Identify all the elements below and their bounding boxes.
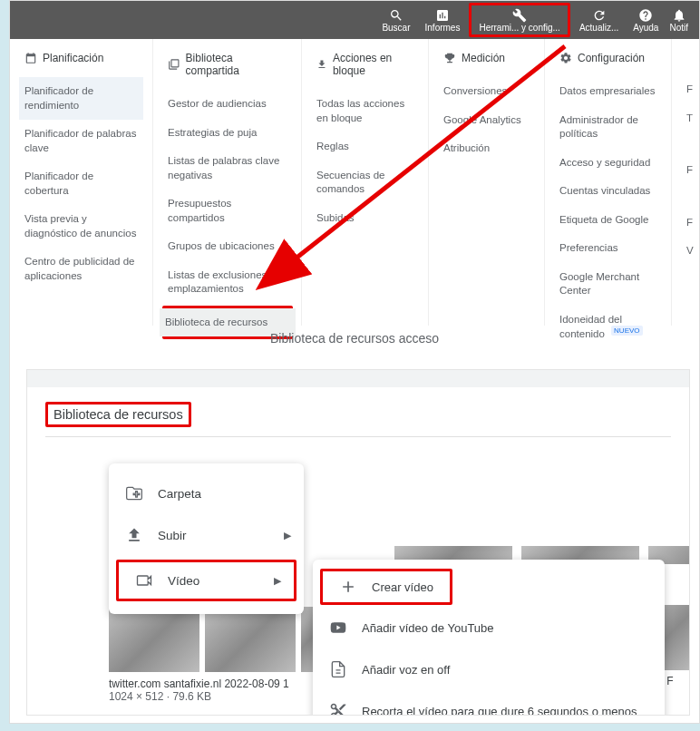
refresh-icon	[592, 8, 607, 23]
far-item-3[interactable]: F	[681, 209, 699, 238]
lower-panel: Biblioteca de recursos Carpeta Subir ▶	[26, 369, 690, 716]
download-icon	[316, 58, 327, 71]
video-option[interactable]: Vídeo ▶	[119, 562, 294, 599]
audience-manager[interactable]: Gestor de audiencias	[162, 90, 292, 119]
search-icon	[389, 8, 403, 23]
google-analytics[interactable]: Google Analytics	[438, 106, 535, 135]
youtube-icon	[329, 619, 347, 637]
google-tag[interactable]: Etiqueta de Google	[554, 206, 662, 235]
chevron-right-icon: ▶	[274, 575, 281, 587]
policy-manager[interactable]: Administrador de políticas	[554, 106, 662, 149]
scissors-icon	[329, 702, 347, 716]
neg-keyword-lists[interactable]: Listas de palabras clave negativas	[162, 147, 292, 190]
conversions[interactable]: Conversiones	[438, 77, 535, 106]
ad-preview[interactable]: Vista previa y diagnóstico de anuncios	[19, 205, 143, 248]
add-voiceover-option[interactable]: Añadir voz en off	[313, 648, 665, 690]
help-label: Ayuda	[633, 23, 658, 33]
attribution[interactable]: Atribución	[438, 134, 535, 163]
location-groups[interactable]: Grupos de ubicaciones	[162, 232, 292, 261]
tools-label: Herrami... y config...	[479, 23, 559, 33]
placement-exclusions[interactable]: Listas de exclusiones de emplazamientos	[162, 261, 292, 304]
create-video-option[interactable]: Crear vídeo	[323, 571, 450, 602]
plus-icon	[339, 578, 357, 596]
preferences[interactable]: Preferencias	[554, 234, 662, 263]
notif-button[interactable]: Notif	[666, 5, 695, 34]
uploads[interactable]: Subidas	[311, 204, 419, 233]
top-toolbar: Buscar Informes Herrami... y config... A…	[10, 1, 699, 39]
resource-library-title: Biblioteca de recursos	[48, 404, 189, 424]
thumbnail	[205, 607, 296, 672]
voiceover-icon	[329, 660, 347, 678]
create-dropdown: Carpeta Subir ▶ Vídeo ▶	[109, 463, 304, 614]
trim-video-option[interactable]: Recorta el vídeo para que dure 6 segundo…	[313, 690, 665, 716]
library-icon	[168, 58, 180, 71]
reach-planner[interactable]: Planificador de cobertura	[19, 162, 143, 205]
folder-plus-icon	[125, 484, 143, 502]
far-item-2[interactable]: F	[681, 156, 699, 185]
asset-meta: 1024 × 512 · 79.6 KB	[109, 690, 319, 703]
refresh-button[interactable]: Actualiz...	[572, 5, 626, 34]
search-label: Buscar	[382, 23, 410, 33]
keyword-planner[interactable]: Planificador de palabras clave	[19, 120, 143, 162]
bid-strategies[interactable]: Estrategias de puja	[162, 119, 292, 148]
help-button[interactable]: Ayuda	[626, 5, 666, 34]
asset-card[interactable]: twitter.com santafixie.nl 2022-08-09 1 1…	[109, 607, 319, 703]
tools-menu: Planificación Planificador de rendimient…	[10, 39, 699, 326]
folder-option[interactable]: Carpeta	[109, 473, 304, 514]
chart-icon	[435, 8, 450, 23]
bulk-actions-header: Acciones en bloque	[316, 52, 413, 77]
refresh-label: Actualiz...	[579, 23, 618, 33]
settings-header: Configuración	[559, 52, 656, 64]
help-icon	[638, 8, 653, 23]
far-item-4[interactable]: V	[681, 237, 699, 266]
thumbnail	[109, 607, 199, 672]
wrench-icon	[512, 8, 527, 23]
reports-button[interactable]: Informes	[418, 5, 468, 34]
app-ad-hub[interactable]: Centro de publicidad de aplicaciones	[19, 248, 143, 290]
content-suitability[interactable]: Idoneidad del contenido NUEVO	[554, 306, 662, 349]
new-badge: NUEVO	[611, 326, 642, 336]
far-item-0[interactable]: F	[681, 75, 699, 104]
upload-option[interactable]: Subir ▶	[109, 514, 304, 556]
merchant-center[interactable]: Google Merchant Center	[554, 263, 662, 306]
far-item-1[interactable]: T	[681, 104, 699, 133]
measurement-header: Medición	[443, 52, 530, 64]
planning-header: Planificación	[24, 52, 138, 64]
shared-library-header: Biblioteca compartida	[168, 52, 287, 77]
calendar-icon	[24, 52, 37, 64]
tools-config-button[interactable]: Herrami... y config...	[469, 3, 569, 37]
search-button[interactable]: Buscar	[374, 5, 417, 34]
shared-budgets[interactable]: Presupuestos compartidos	[162, 190, 292, 232]
asset-filename: twitter.com santafixie.nl 2022-08-09 1	[109, 677, 319, 690]
perf-planner[interactable]: Planificador de rendimiento	[19, 77, 143, 120]
business-data[interactable]: Datos empresariales	[554, 77, 662, 106]
lower-tabbar	[26, 369, 690, 387]
chevron-right-icon: ▶	[284, 530, 291, 541]
trophy-icon	[443, 52, 456, 64]
gear-icon	[559, 52, 572, 64]
video-submenu: Crear vídeo Añadir vídeo de YouTube Añad…	[313, 560, 665, 716]
notif-label: Notif	[669, 23, 688, 33]
video-icon	[135, 571, 153, 590]
bell-icon	[672, 8, 686, 23]
linked-accounts[interactable]: Cuentas vinculadas	[554, 177, 662, 206]
scripts[interactable]: Secuencias de comandos	[311, 161, 419, 204]
all-bulk-actions[interactable]: Todas las acciones en bloque	[311, 90, 419, 132]
upload-icon	[125, 526, 143, 544]
rules[interactable]: Reglas	[311, 132, 419, 161]
reports-label: Informes	[425, 23, 461, 33]
access-security[interactable]: Acceso y seguridad	[554, 149, 662, 178]
add-youtube-option[interactable]: Añadir vídeo de YouTube	[313, 607, 665, 648]
